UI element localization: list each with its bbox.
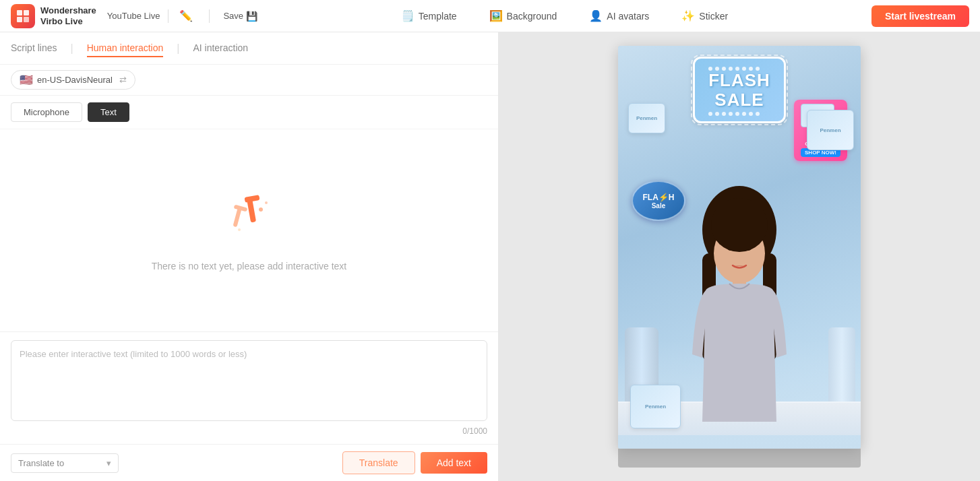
empty-state: There is no text yet, please add interac… bbox=[0, 129, 498, 331]
flash-oval-sale: Sale bbox=[652, 202, 666, 210]
header-divider-2 bbox=[209, 9, 210, 23]
header-divider-1 bbox=[168, 9, 169, 23]
cylinder-right bbox=[828, 327, 855, 408]
tab-divider-1: | bbox=[70, 42, 73, 55]
language-selector[interactable]: 🇺🇸 en-US-DavisNeural ⇄ bbox=[11, 70, 135, 90]
microphone-button[interactable]: Microphone bbox=[11, 102, 82, 122]
empty-state-text: There is no text yet, please add interac… bbox=[152, 261, 347, 271]
empty-illustration bbox=[219, 189, 280, 250]
nav-background[interactable]: 🖼️ Background bbox=[484, 7, 563, 25]
start-livestream-button[interactable]: Start livestream bbox=[871, 5, 969, 27]
background-icon: 🖼️ bbox=[489, 9, 503, 22]
nav-sticker[interactable]: ✨ Sticker bbox=[676, 7, 733, 25]
svg-rect-0 bbox=[17, 10, 22, 15]
right-panel: FLASHSALE BUY 1 GET 1 FREE SHOP NOW! bbox=[499, 32, 980, 481]
text-input-area: 0/1000 bbox=[0, 331, 498, 444]
language-row: 🇺🇸 en-US-DavisNeural ⇄ bbox=[0, 65, 498, 96]
product-box-top-left: Penmen bbox=[628, 103, 665, 133]
logo-text: WondershareVirbo Live bbox=[40, 5, 96, 26]
sticker-icon: ✨ bbox=[681, 9, 695, 22]
tab-divider-2: | bbox=[177, 42, 179, 55]
logo-area: WondershareVirbo Live YouTube Live bbox=[11, 4, 160, 28]
save-button[interactable]: Save 💾 bbox=[223, 11, 257, 22]
product-box-right: Penmen bbox=[807, 110, 854, 150]
nav-ai-avatars[interactable]: 👤 AI avatars bbox=[584, 7, 654, 25]
char-count: 0/1000 bbox=[11, 426, 487, 436]
preview-canvas: FLASHSALE BUY 1 GET 1 FREE SHOP NOW! bbox=[618, 46, 861, 449]
save-label: Save bbox=[223, 11, 243, 21]
add-text-button[interactable]: Add text bbox=[421, 452, 487, 474]
nav-template[interactable]: 🗒️ Template bbox=[396, 7, 462, 25]
tab-script-lines[interactable]: Script lines bbox=[11, 40, 57, 57]
svg-point-9 bbox=[265, 201, 268, 204]
header: WondershareVirbo Live YouTube Live ✏️ Sa… bbox=[0, 0, 980, 32]
svg-point-10 bbox=[238, 228, 241, 231]
preview-background: FLASHSALE BUY 1 GET 1 FREE SHOP NOW! bbox=[618, 46, 861, 449]
main-layout: Script lines | Human interaction | AI in… bbox=[0, 32, 980, 481]
edit-save-area: ✏️ Save 💾 bbox=[177, 7, 257, 25]
dots-top bbox=[708, 67, 770, 71]
app-logo-icon bbox=[11, 4, 35, 28]
interactive-text-input[interactable] bbox=[11, 340, 487, 421]
translate-button[interactable]: Translate bbox=[342, 451, 415, 474]
svg-rect-2 bbox=[17, 17, 22, 22]
chevron-down-icon: ▾ bbox=[106, 458, 111, 468]
nav-template-label: Template bbox=[419, 11, 457, 22]
flag-icon: 🇺🇸 bbox=[20, 73, 33, 86]
dots-bottom bbox=[708, 112, 770, 116]
save-icon: 💾 bbox=[246, 11, 257, 22]
text-button[interactable]: Text bbox=[88, 102, 129, 122]
translate-to-label: Translate to bbox=[18, 458, 64, 468]
edit-button[interactable]: ✏️ bbox=[177, 7, 195, 25]
tab-ai-interaction[interactable]: AI interaction bbox=[193, 40, 248, 57]
nav-sticker-label: Sticker bbox=[699, 11, 728, 22]
platform-badge: YouTube Live bbox=[107, 11, 160, 21]
bottom-actions: Translate to ▾ Translate Add text bbox=[0, 444, 498, 481]
language-label: en-US-DavisNeural bbox=[37, 75, 113, 85]
preview-bottom-bar bbox=[618, 449, 861, 468]
svg-rect-3 bbox=[24, 17, 29, 22]
template-icon: 🗒️ bbox=[401, 9, 415, 22]
svg-rect-7 bbox=[233, 208, 241, 228]
flash-sale-header: FLASHSALE bbox=[693, 57, 786, 123]
tab-human-interaction[interactable]: Human interaction bbox=[87, 40, 164, 57]
avatar-container bbox=[665, 166, 814, 449]
svg-point-18 bbox=[711, 198, 768, 252]
input-type-row: Microphone Text bbox=[0, 96, 498, 129]
translate-to-selector[interactable]: Translate to ▾ bbox=[11, 453, 119, 473]
flash-sale-title: FLASHSALE bbox=[708, 71, 770, 109]
nav-ai-avatars-label: AI avatars bbox=[607, 11, 649, 22]
header-center-nav: 🗒️ Template 🖼️ Background 👤 AI avatars ✨… bbox=[257, 7, 871, 25]
left-panel: Script lines | Human interaction | AI in… bbox=[0, 32, 499, 481]
svg-rect-5 bbox=[247, 199, 256, 223]
ai-avatars-icon: 👤 bbox=[589, 9, 603, 22]
svg-rect-1 bbox=[24, 10, 29, 15]
nav-background-label: Background bbox=[507, 11, 557, 22]
tabs-row: Script lines | Human interaction | AI in… bbox=[0, 32, 498, 65]
swap-icon: ⇄ bbox=[119, 75, 127, 85]
svg-point-8 bbox=[259, 207, 263, 212]
